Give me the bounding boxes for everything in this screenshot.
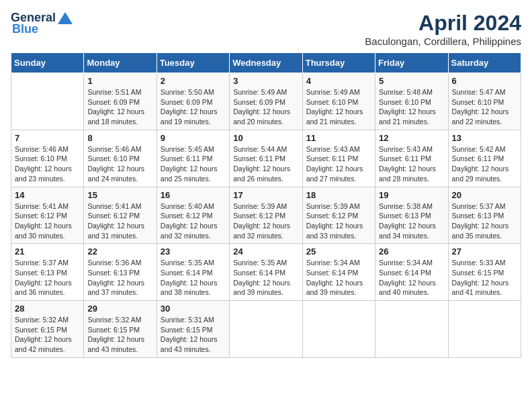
calendar-cell: 9Sunrise: 5:45 AM Sunset: 6:11 PM Daylig… bbox=[157, 130, 229, 187]
day-number: 25 bbox=[306, 246, 371, 257]
day-number: 9 bbox=[161, 133, 226, 143]
day-number: 1 bbox=[87, 76, 152, 86]
calendar-cell: 20Sunrise: 5:37 AM Sunset: 6:13 PM Dayli… bbox=[448, 187, 521, 244]
calendar-cell: 23Sunrise: 5:35 AM Sunset: 6:14 PM Dayli… bbox=[157, 244, 229, 301]
day-info: Sunrise: 5:46 AM Sunset: 6:10 PM Dayligh… bbox=[15, 144, 80, 184]
day-number: 8 bbox=[87, 133, 152, 143]
calendar-cell: 5Sunrise: 5:48 AM Sunset: 6:10 PM Daylig… bbox=[375, 73, 448, 130]
svg-marker-0 bbox=[58, 12, 73, 24]
calendar-cell: 12Sunrise: 5:43 AM Sunset: 6:11 PM Dayli… bbox=[375, 130, 448, 187]
logo: General Blue bbox=[11, 11, 73, 36]
day-info: Sunrise: 5:41 AM Sunset: 6:12 PM Dayligh… bbox=[15, 201, 80, 241]
day-info: Sunrise: 5:46 AM Sunset: 6:10 PM Dayligh… bbox=[87, 144, 152, 184]
day-number: 14 bbox=[15, 190, 80, 200]
calendar-cell: 10Sunrise: 5:44 AM Sunset: 6:11 PM Dayli… bbox=[230, 130, 302, 187]
day-number: 12 bbox=[379, 133, 444, 143]
calendar-cell: 21Sunrise: 5:37 AM Sunset: 6:13 PM Dayli… bbox=[11, 244, 84, 301]
calendar-cell: 3Sunrise: 5:49 AM Sunset: 6:09 PM Daylig… bbox=[230, 73, 302, 130]
day-number: 16 bbox=[161, 190, 226, 200]
calendar-cell: 1Sunrise: 5:51 AM Sunset: 6:09 PM Daylig… bbox=[84, 73, 157, 130]
day-info: Sunrise: 5:32 AM Sunset: 6:15 PM Dayligh… bbox=[87, 315, 152, 355]
day-info: Sunrise: 5:33 AM Sunset: 6:15 PM Dayligh… bbox=[452, 258, 517, 298]
calendar-cell: 22Sunrise: 5:36 AM Sunset: 6:13 PM Dayli… bbox=[84, 244, 157, 301]
day-info: Sunrise: 5:32 AM Sunset: 6:15 PM Dayligh… bbox=[15, 315, 80, 355]
calendar-cell bbox=[375, 301, 448, 358]
day-number: 23 bbox=[161, 246, 226, 257]
day-number: 20 bbox=[452, 190, 517, 200]
day-info: Sunrise: 5:43 AM Sunset: 6:11 PM Dayligh… bbox=[379, 144, 444, 184]
day-info: Sunrise: 5:49 AM Sunset: 6:10 PM Dayligh… bbox=[306, 87, 371, 127]
calendar-week-row: 1Sunrise: 5:51 AM Sunset: 6:09 PM Daylig… bbox=[11, 73, 521, 130]
weekday-header-wednesday: Wednesday bbox=[230, 53, 302, 73]
day-info: Sunrise: 5:47 AM Sunset: 6:10 PM Dayligh… bbox=[452, 87, 517, 127]
logo-blue: Blue bbox=[12, 22, 38, 36]
day-number: 21 bbox=[15, 246, 80, 257]
day-info: Sunrise: 5:42 AM Sunset: 6:11 PM Dayligh… bbox=[452, 144, 517, 184]
day-info: Sunrise: 5:45 AM Sunset: 6:11 PM Dayligh… bbox=[161, 144, 226, 184]
logo-icon bbox=[58, 12, 73, 24]
title-block: April 2024 Baculongan, Cordillera, Phili… bbox=[365, 11, 521, 47]
calendar-cell: 7Sunrise: 5:46 AM Sunset: 6:10 PM Daylig… bbox=[11, 130, 84, 187]
calendar-week-row: 21Sunrise: 5:37 AM Sunset: 6:13 PM Dayli… bbox=[11, 244, 521, 301]
calendar-cell: 13Sunrise: 5:42 AM Sunset: 6:11 PM Dayli… bbox=[448, 130, 521, 187]
calendar-cell bbox=[230, 301, 302, 358]
day-info: Sunrise: 5:31 AM Sunset: 6:15 PM Dayligh… bbox=[161, 315, 226, 355]
day-number: 24 bbox=[233, 246, 298, 257]
calendar-cell: 26Sunrise: 5:34 AM Sunset: 6:14 PM Dayli… bbox=[375, 244, 448, 301]
day-number: 19 bbox=[379, 190, 444, 200]
weekday-header-thursday: Thursday bbox=[302, 53, 375, 73]
weekday-header-saturday: Saturday bbox=[448, 53, 521, 73]
calendar-cell: 29Sunrise: 5:32 AM Sunset: 6:15 PM Dayli… bbox=[84, 301, 157, 358]
calendar-cell bbox=[448, 301, 521, 358]
day-info: Sunrise: 5:40 AM Sunset: 6:12 PM Dayligh… bbox=[161, 201, 226, 241]
weekday-header-row: SundayMondayTuesdayWednesdayThursdayFrid… bbox=[11, 53, 521, 73]
calendar-week-row: 28Sunrise: 5:32 AM Sunset: 6:15 PM Dayli… bbox=[11, 301, 521, 358]
calendar-cell: 27Sunrise: 5:33 AM Sunset: 6:15 PM Dayli… bbox=[448, 244, 521, 301]
calendar-cell: 14Sunrise: 5:41 AM Sunset: 6:12 PM Dayli… bbox=[11, 187, 84, 244]
calendar-week-row: 7Sunrise: 5:46 AM Sunset: 6:10 PM Daylig… bbox=[11, 130, 521, 187]
day-number: 29 bbox=[87, 304, 152, 314]
day-number: 13 bbox=[452, 133, 517, 143]
day-number: 7 bbox=[15, 133, 80, 143]
day-info: Sunrise: 5:48 AM Sunset: 6:10 PM Dayligh… bbox=[379, 87, 444, 127]
day-number: 17 bbox=[233, 190, 298, 200]
day-number: 10 bbox=[233, 133, 298, 143]
calendar-cell: 17Sunrise: 5:39 AM Sunset: 6:12 PM Dayli… bbox=[230, 187, 302, 244]
day-info: Sunrise: 5:39 AM Sunset: 6:12 PM Dayligh… bbox=[306, 201, 371, 241]
calendar-cell bbox=[11, 73, 84, 130]
weekday-header-tuesday: Tuesday bbox=[157, 53, 229, 73]
day-number: 28 bbox=[15, 304, 80, 314]
calendar-cell: 8Sunrise: 5:46 AM Sunset: 6:10 PM Daylig… bbox=[84, 130, 157, 187]
day-info: Sunrise: 5:37 AM Sunset: 6:13 PM Dayligh… bbox=[15, 258, 80, 298]
day-info: Sunrise: 5:34 AM Sunset: 6:14 PM Dayligh… bbox=[306, 258, 371, 298]
calendar-table: SundayMondayTuesdayWednesdayThursdayFrid… bbox=[11, 52, 521, 358]
calendar-cell: 2Sunrise: 5:50 AM Sunset: 6:09 PM Daylig… bbox=[157, 73, 229, 130]
calendar-cell: 4Sunrise: 5:49 AM Sunset: 6:10 PM Daylig… bbox=[302, 73, 375, 130]
day-info: Sunrise: 5:44 AM Sunset: 6:11 PM Dayligh… bbox=[233, 144, 298, 184]
day-number: 22 bbox=[87, 246, 152, 257]
day-number: 6 bbox=[452, 76, 517, 86]
calendar-cell: 30Sunrise: 5:31 AM Sunset: 6:15 PM Dayli… bbox=[157, 301, 229, 358]
calendar-cell: 16Sunrise: 5:40 AM Sunset: 6:12 PM Dayli… bbox=[157, 187, 229, 244]
calendar-cell: 19Sunrise: 5:38 AM Sunset: 6:13 PM Dayli… bbox=[375, 187, 448, 244]
location-title: Baculongan, Cordillera, Philippines bbox=[365, 36, 521, 47]
day-number: 5 bbox=[379, 76, 444, 86]
day-number: 3 bbox=[233, 76, 298, 86]
day-info: Sunrise: 5:39 AM Sunset: 6:12 PM Dayligh… bbox=[233, 201, 298, 241]
day-number: 15 bbox=[87, 190, 152, 200]
page-header: General Blue April 2024 Baculongan, Cord… bbox=[11, 11, 521, 47]
day-number: 11 bbox=[306, 133, 371, 143]
day-info: Sunrise: 5:34 AM Sunset: 6:14 PM Dayligh… bbox=[379, 258, 444, 298]
calendar-week-row: 14Sunrise: 5:41 AM Sunset: 6:12 PM Dayli… bbox=[11, 187, 521, 244]
calendar-cell: 6Sunrise: 5:47 AM Sunset: 6:10 PM Daylig… bbox=[448, 73, 521, 130]
calendar-cell bbox=[302, 301, 375, 358]
day-info: Sunrise: 5:49 AM Sunset: 6:09 PM Dayligh… bbox=[233, 87, 298, 127]
day-number: 26 bbox=[379, 246, 444, 257]
day-info: Sunrise: 5:51 AM Sunset: 6:09 PM Dayligh… bbox=[87, 87, 152, 127]
calendar-cell: 18Sunrise: 5:39 AM Sunset: 6:12 PM Dayli… bbox=[302, 187, 375, 244]
calendar-cell: 25Sunrise: 5:34 AM Sunset: 6:14 PM Dayli… bbox=[302, 244, 375, 301]
day-info: Sunrise: 5:37 AM Sunset: 6:13 PM Dayligh… bbox=[452, 201, 517, 241]
day-number: 2 bbox=[161, 76, 226, 86]
day-info: Sunrise: 5:41 AM Sunset: 6:12 PM Dayligh… bbox=[87, 201, 152, 241]
day-number: 4 bbox=[306, 76, 371, 86]
